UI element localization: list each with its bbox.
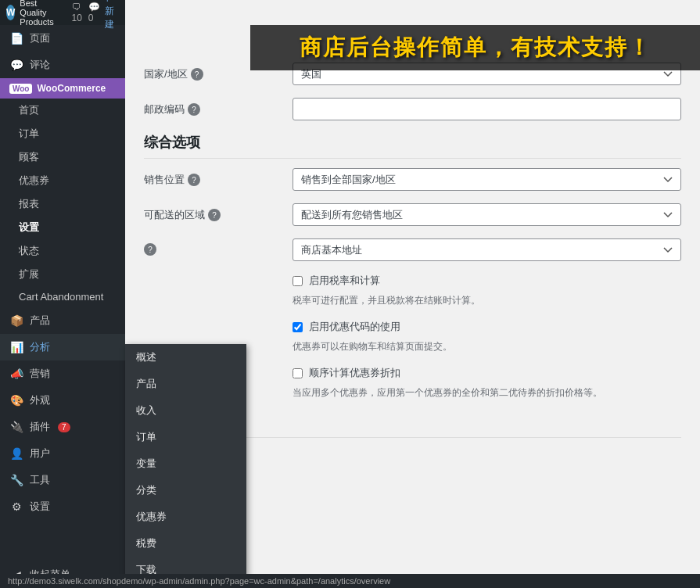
sidebar-item-users[interactable]: 👤 用户	[0, 440, 125, 467]
analytics-icon: 📊	[9, 341, 23, 353]
sidebar-item-pages[interactable]: 📄 页面	[0, 25, 125, 52]
woo-logo: Woo	[9, 84, 32, 94]
submenu-item-overview[interactable]: 概述	[125, 344, 246, 371]
comments-count[interactable]: 🗨 10	[72, 2, 84, 23]
sequential-coupon-field: 顺序计算优惠券折扣 当应用多个优惠券，应用第一个优惠券的全价和第二优待券的折扣价…	[293, 366, 681, 400]
sidebar-item-comments[interactable]: 💬 评论	[0, 52, 125, 78]
enable-tax-spacer	[144, 274, 285, 278]
enable-tax-field: 启用税率和计算 税率可进行配置，并且税款将在结账时计算。	[293, 274, 681, 307]
enable-coupon-spacer	[144, 320, 285, 324]
enable-coupon-checkbox-row: 启用优惠代码的使用	[293, 320, 681, 334]
submenu-item-variations[interactable]: 变量	[125, 450, 246, 477]
general-options-title: 综合选项	[144, 133, 681, 159]
submenu-item-orders[interactable]: 订单	[125, 424, 246, 450]
enable-coupon-label: 启用优惠代码的使用	[309, 320, 400, 334]
selling-location-help-icon[interactable]: ?	[188, 174, 200, 186]
sequential-coupon-checkbox[interactable]	[293, 368, 303, 378]
enable-tax-row: 启用税率和计算 税率可进行配置，并且税款将在结账时计算。	[144, 274, 681, 307]
comments-icon: 💬	[9, 59, 23, 71]
admin-top-bar: W Best Quality Products 🗨 10 💬 0 + 新建	[0, 0, 125, 25]
marketing-icon: 📣	[9, 368, 23, 380]
plugins-icon: 🔌	[9, 421, 23, 433]
postcode-field	[293, 98, 681, 120]
settings-main-icon: ⚙	[9, 500, 23, 513]
selling-location-select[interactable]: 销售到全部国家/地区	[293, 168, 681, 191]
sidebar-item-customers[interactable]: 顾客	[3, 145, 125, 169]
sidebar-item-coupons[interactable]: 优惠券	[3, 169, 125, 192]
enable-tax-label: 启用税率和计算	[309, 274, 380, 288]
shipping-location-field: 配送到所有您销售地区	[293, 203, 681, 226]
status-url: http://demo3.siwelk.com/shopdemo/wp-admi…	[8, 576, 390, 586]
sidebar-item-appearance[interactable]: 🎨 外观	[0, 387, 125, 414]
postcode-label: 邮政编码 ?	[144, 98, 285, 117]
selling-location-row: 销售位置 ? 销售到全部国家/地区	[144, 168, 681, 191]
enable-tax-desc: 税率可进行配置，并且税款将在结账时计算。	[293, 294, 681, 307]
shipping-location-select[interactable]: 配送到所有您销售地区	[293, 203, 681, 226]
notifications[interactable]: 💬 0	[88, 2, 100, 23]
shipping-location-help-icon[interactable]: ?	[208, 209, 221, 221]
banner-text: 商店后台操作简单，有技术支持！	[300, 33, 652, 63]
site-name[interactable]: Best Quality Products	[20, 0, 63, 27]
wp-logo: W	[6, 5, 15, 20]
submenu-item-categories[interactable]: 分类	[125, 477, 246, 504]
pages-icon: 📄	[9, 32, 23, 45]
shipping-location-label: 可配送的区域 ?	[144, 203, 285, 222]
sidebar-item-status[interactable]: 状态	[3, 239, 125, 263]
submenu-item-taxes[interactable]: 税费	[125, 530, 246, 557]
enable-coupon-desc: 优惠券可以在购物车和结算页面提交。	[293, 340, 681, 353]
sidebar-item-analytics[interactable]: 📊 分析	[0, 334, 125, 360]
plugins-badge: 7	[58, 422, 70, 432]
tax-based-help-icon[interactable]: ?	[144, 243, 156, 256]
postcode-row: 邮政编码 ?	[144, 98, 681, 120]
sidebar-item-products[interactable]: 📦 产品	[0, 307, 125, 334]
postcode-input[interactable]	[293, 98, 681, 120]
sidebar-item-orders[interactable]: 订单	[3, 122, 125, 145]
tax-based-row: ? 商店基本地址	[144, 238, 681, 261]
enable-tax-checkbox-row: 启用税率和计算	[293, 274, 681, 288]
selling-location-field: 销售到全部国家/地区	[293, 168, 681, 191]
tax-based-label: ?	[144, 238, 285, 256]
products-icon: 📦	[9, 314, 23, 327]
sequential-coupon-checkbox-row: 顺序计算优惠券折扣	[293, 366, 681, 380]
sidebar-item-plugins[interactable]: 🔌 插件 7	[0, 414, 125, 440]
enable-coupon-field: 启用优惠代码的使用 优惠券可以在购物车和结算页面提交。	[293, 320, 681, 353]
sidebar-item-reports[interactable]: 报表	[3, 192, 125, 216]
submenu-item-revenue[interactable]: 收入	[125, 397, 246, 424]
country-help-icon[interactable]: ?	[191, 68, 203, 81]
sidebar-item-settings-main[interactable]: ⚙ 设置	[0, 493, 125, 520]
sidebar-item-tools[interactable]: 🔧 工具	[0, 467, 125, 493]
enable-coupon-checkbox[interactable]	[293, 322, 303, 332]
shipping-location-row: 可配送的区域 ? 配送到所有您销售地区	[144, 203, 681, 226]
tax-based-field: 商店基本地址	[293, 238, 681, 261]
postcode-help-icon[interactable]: ?	[188, 103, 200, 116]
sidebar-item-woocommerce[interactable]: Woo WooCommerce	[0, 78, 125, 99]
selling-location-label: 销售位置 ?	[144, 168, 285, 187]
tax-based-select[interactable]: 商店基本地址	[293, 238, 681, 261]
sidebar-item-settings[interactable]: 设置	[3, 216, 125, 239]
status-bar: http://demo3.siwelk.com/shopdemo/wp-admi…	[0, 574, 700, 588]
sidebar-item-cart-abandonment[interactable]: Cart Abandonment	[3, 286, 125, 307]
submenu-item-products[interactable]: 产品	[125, 371, 246, 397]
sidebar: W Best Quality Products 🗨 10 💬 0 + 新建 📄 …	[0, 0, 125, 588]
appearance-icon: 🎨	[9, 394, 23, 407]
sidebar-item-marketing[interactable]: 📣 营销	[0, 360, 125, 387]
submenu-item-coupons[interactable]: 优惠券	[125, 504, 246, 530]
tools-icon: 🔧	[9, 474, 23, 486]
woo-submenu: 首页 订单 顾客 优惠券 报表 设置 状态 扩展 Cart Abandonmen…	[0, 99, 125, 307]
sequential-coupon-desc: 当应用多个优惠券，应用第一个优惠券的全价和第二优待券的折扣价格等。	[293, 386, 681, 400]
banner-overlay: 商店后台操作简单，有技术支持！	[250, 25, 700, 70]
enable-tax-checkbox[interactable]	[293, 276, 303, 286]
sidebar-item-home[interactable]: 首页	[3, 99, 125, 122]
sidebar-item-extensions[interactable]: 扩展	[3, 263, 125, 286]
users-icon: 👤	[9, 447, 23, 460]
sequential-coupon-label: 顺序计算优惠券折扣	[309, 366, 400, 380]
analytics-dropdown: 概述 产品 收入 订单 变量 分类 优惠券 税费 下载 库存 设置	[125, 344, 246, 588]
